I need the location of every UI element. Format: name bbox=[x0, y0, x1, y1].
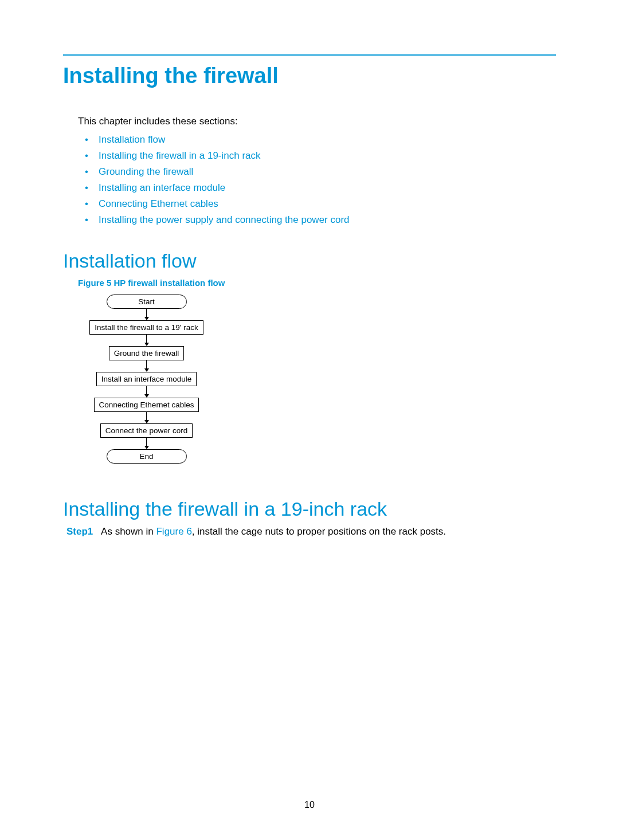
flow-arrow-icon bbox=[144, 360, 149, 372]
step-text-post: , install the cage nuts to proper positi… bbox=[192, 526, 446, 537]
flow-arrow-icon bbox=[144, 309, 149, 320]
flow-arrow-icon bbox=[144, 438, 149, 449]
section-link[interactable]: Installing an interface module bbox=[99, 180, 556, 196]
page-number: 10 bbox=[0, 800, 619, 810]
section-link[interactable]: Installing the power supply and connecti… bbox=[99, 212, 556, 228]
section-link[interactable]: Installation flow bbox=[99, 132, 556, 148]
step-1: Step1 As shown in Figure 6, install the … bbox=[66, 526, 556, 537]
flow-end: End bbox=[107, 449, 187, 464]
step-label: Step1 bbox=[66, 526, 93, 537]
section-link[interactable]: Installing the firewall in a 19-inch rac… bbox=[99, 148, 556, 164]
section-link[interactable]: Grounding the firewall bbox=[99, 164, 556, 180]
flow-step: Connecting Ethernet cables bbox=[94, 398, 199, 412]
section-list: Installation flow Installing the firewal… bbox=[99, 132, 556, 228]
step-text-pre: As shown in bbox=[101, 526, 156, 537]
intro-text: This chapter includes these sections: bbox=[78, 116, 556, 127]
flow-arrow-icon bbox=[144, 412, 149, 423]
flow-step: Install the firewall to a 19' rack bbox=[89, 320, 203, 335]
page-title: Installing the firewall bbox=[63, 64, 556, 88]
flow-arrow-icon bbox=[144, 386, 149, 398]
top-rule bbox=[63, 54, 556, 56]
flow-start: Start bbox=[107, 295, 187, 309]
figure-caption: Figure 5 HP firewall installation flow bbox=[78, 278, 556, 288]
flowchart: Start Install the firewall to a 19' rack… bbox=[85, 295, 208, 464]
flow-step: Install an interface module bbox=[96, 372, 197, 386]
flow-arrow-icon bbox=[144, 335, 149, 346]
flow-step: Connect the power cord bbox=[100, 423, 193, 438]
heading-installation-flow: Installation flow bbox=[63, 250, 556, 272]
section-link[interactable]: Connecting Ethernet cables bbox=[99, 196, 556, 212]
heading-rack-install: Installing the firewall in a 19-inch rac… bbox=[63, 498, 556, 520]
flow-step: Ground the firewall bbox=[109, 346, 184, 360]
figure-link[interactable]: Figure 6 bbox=[156, 526, 191, 537]
